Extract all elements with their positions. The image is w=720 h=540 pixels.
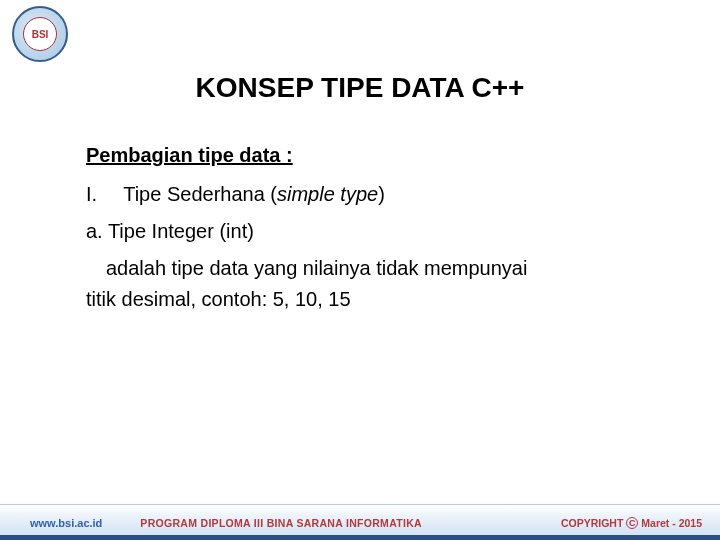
- slide-title: KONSEP TIPE DATA C++: [0, 72, 720, 104]
- description-block: adalah tipe data yang nilainya tidak mem…: [86, 253, 650, 315]
- copyright-date: Maret - 2015: [641, 517, 702, 529]
- list-text-suffix: ): [378, 183, 385, 205]
- footer-program: PROGRAM DIPLOMA III BINA SARANA INFORMAT…: [140, 517, 561, 529]
- section-subtitle: Pembagian tipe data :: [86, 140, 650, 171]
- footer-divider: [0, 535, 720, 540]
- copyright-symbol-icon: C: [626, 517, 638, 529]
- description-line1: adalah tipe data yang nilainya tidak mem…: [86, 253, 650, 284]
- description-line2: titik desimal, contoh: 5, 10, 15: [86, 284, 650, 315]
- list-text-italic: simple type: [277, 183, 378, 205]
- logo-text: BSI: [23, 17, 57, 51]
- list-item-roman: I. Tipe Sederhana (simple type): [86, 179, 650, 210]
- slide-content: Pembagian tipe data : I. Tipe Sederhana …: [86, 140, 650, 315]
- list-subitem-a: a. Tipe Integer (int): [86, 216, 650, 247]
- copyright-word: COPYRIGHT: [561, 517, 623, 529]
- roman-numeral: I.: [86, 179, 118, 210]
- list-text-prefix: Tipe Sederhana (: [123, 183, 277, 205]
- institution-logo: BSI: [12, 6, 68, 62]
- footer-url: www.bsi.ac.id: [30, 517, 102, 529]
- footer-copyright: COPYRIGHT C Maret - 2015: [561, 517, 702, 529]
